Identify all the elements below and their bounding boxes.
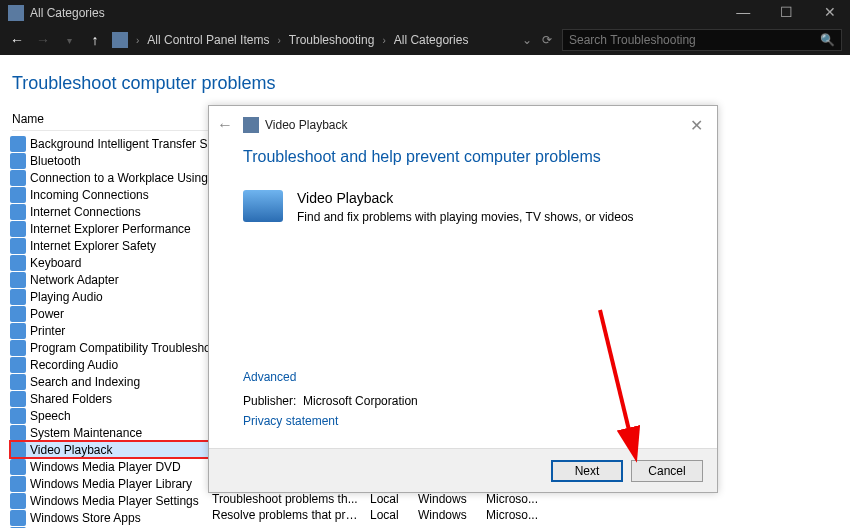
list-item[interactable]: System Maintenance	[10, 424, 215, 441]
item-label: Windows Media Player DVD	[30, 460, 181, 474]
item-label: Search and Indexing	[30, 375, 140, 389]
item-icon	[10, 153, 26, 169]
publisher-value: Microsoft Corporation	[303, 394, 418, 408]
item-icon	[10, 187, 26, 203]
troubleshooter-dialog: ← Video Playback ✕ Troubleshoot and help…	[208, 105, 718, 493]
item-label: Bluetooth	[30, 154, 81, 168]
list-item[interactable]: Recording Audio	[10, 356, 215, 373]
dialog-title: Troubleshoot and help prevent computer p…	[243, 148, 687, 166]
list-item[interactable]: Keyboard	[10, 254, 215, 271]
list-item[interactable]: Incoming Connections	[10, 186, 215, 203]
list-item[interactable]: Connection to a Workplace Using Dire...	[10, 169, 215, 186]
item-icon	[10, 272, 26, 288]
item-icon	[10, 510, 26, 526]
item-label: Windows Store Apps	[30, 511, 141, 525]
item-label: Program Compatibility Troubleshooter	[30, 341, 215, 355]
list-item[interactable]: Playing Audio	[10, 288, 215, 305]
dialog-header-title: Video Playback	[265, 118, 348, 132]
list-item[interactable]: Windows Media Player DVD	[10, 458, 215, 475]
breadcrumb-item[interactable]: Troubleshooting	[289, 33, 375, 47]
breadcrumb-item[interactable]: All Control Panel Items	[147, 33, 269, 47]
item-icon	[10, 238, 26, 254]
item-icon	[10, 323, 26, 339]
item-label: Windows Media Player Library	[30, 477, 192, 491]
list-item[interactable]: Network Adapter	[10, 271, 215, 288]
item-label: Speech	[30, 409, 71, 423]
item-icon	[10, 340, 26, 356]
table-cell: Microso...	[486, 508, 546, 524]
item-icon	[10, 374, 26, 390]
item-icon	[10, 391, 26, 407]
titlebar: All Categories — ☐ ✕	[0, 0, 850, 25]
list-item[interactable]: Internet Explorer Performance	[10, 220, 215, 237]
list-item[interactable]: Windows Media Player Library	[10, 475, 215, 492]
history-dropdown-icon[interactable]: ▾	[60, 35, 78, 46]
item-label: Background Intelligent Transfer Service	[30, 137, 215, 151]
path-icon	[112, 32, 128, 48]
refresh-icon[interactable]: ⟳	[542, 33, 552, 47]
item-label: Keyboard	[30, 256, 81, 270]
breadcrumb-item[interactable]: All Categories	[394, 33, 469, 47]
search-input[interactable]: Search Troubleshooting 🔍	[562, 29, 842, 51]
item-label: Internet Explorer Safety	[30, 239, 156, 253]
publisher-label: Publisher:	[243, 394, 296, 408]
cancel-button[interactable]: Cancel	[631, 460, 703, 482]
list-item[interactable]: Internet Explorer Safety	[10, 237, 215, 254]
item-label: Power	[30, 307, 64, 321]
item-label: Playing Audio	[30, 290, 103, 304]
video-playback-icon	[243, 190, 283, 222]
details-grid: Troubleshoot problems th...LocalWindowsM…	[212, 492, 546, 524]
column-header-name[interactable]: Name	[12, 112, 212, 131]
advanced-link[interactable]: Advanced	[243, 370, 418, 384]
list-item[interactable]: Search and Indexing	[10, 373, 215, 390]
window-controls: — ☐ ✕	[723, 0, 850, 25]
forward-icon[interactable]: →	[34, 32, 52, 48]
table-cell: Resolve problems that pre...	[212, 508, 362, 524]
path-dropdown-icon[interactable]: ⌄	[522, 33, 532, 47]
list-item[interactable]: Windows Media Player Settings	[10, 492, 215, 509]
maximize-icon[interactable]: ☐	[767, 0, 807, 25]
table-row[interactable]: Resolve problems that pre...LocalWindows…	[212, 508, 546, 524]
list-item[interactable]: Internet Connections	[10, 203, 215, 220]
item-label: Printer	[30, 324, 65, 338]
navbar: ← → ▾ ↑ › All Control Panel Items › Trou…	[0, 25, 850, 55]
table-row[interactable]: Troubleshoot problems th...LocalWindowsM…	[212, 492, 546, 508]
item-label: Network Adapter	[30, 273, 119, 287]
list-item[interactable]: Video Playback	[10, 441, 215, 458]
list-item[interactable]: Bluetooth	[10, 152, 215, 169]
dialog-header: ← Video Playback ✕	[209, 106, 717, 144]
next-button[interactable]: Next	[551, 460, 623, 482]
item-icon	[10, 459, 26, 475]
breadcrumb[interactable]: › All Control Panel Items › Troubleshoot…	[112, 32, 468, 48]
list-item[interactable]: Printer	[10, 322, 215, 339]
privacy-link[interactable]: Privacy statement	[243, 414, 418, 428]
item-label: System Maintenance	[30, 426, 142, 440]
item-icon	[10, 357, 26, 373]
publisher-line: Publisher: Microsoft Corporation	[243, 394, 418, 408]
dialog-close-icon[interactable]: ✕	[684, 116, 709, 135]
up-icon[interactable]: ↑	[86, 32, 104, 48]
list-item[interactable]: Background Intelligent Transfer Service	[10, 135, 215, 152]
chevron-right-icon: ›	[277, 35, 280, 46]
search-icon: 🔍	[820, 33, 835, 47]
list-item[interactable]: Power	[10, 305, 215, 322]
close-icon[interactable]: ✕	[810, 0, 850, 25]
item-icon	[10, 136, 26, 152]
dialog-back-icon[interactable]: ←	[217, 116, 233, 134]
item-label: Recording Audio	[30, 358, 118, 372]
list-item[interactable]: Windows Store Apps	[10, 509, 215, 526]
chevron-right-icon: ›	[382, 35, 385, 46]
item-label: Connection to a Workplace Using Dire...	[30, 171, 215, 185]
list-item[interactable]: Program Compatibility Troubleshooter	[10, 339, 215, 356]
item-label: Windows Media Player Settings	[30, 494, 199, 508]
app-icon	[8, 5, 24, 21]
list-item[interactable]: Shared Folders	[10, 390, 215, 407]
item-icon	[10, 442, 26, 458]
item-icon	[10, 289, 26, 305]
item-label: Incoming Connections	[30, 188, 149, 202]
back-icon[interactable]: ←	[8, 32, 26, 48]
dialog-item-desc: Find and fix problems with playing movie…	[297, 210, 634, 224]
list-item[interactable]: Speech	[10, 407, 215, 424]
minimize-icon[interactable]: —	[723, 0, 763, 25]
page-title: Troubleshoot computer problems	[12, 73, 840, 94]
